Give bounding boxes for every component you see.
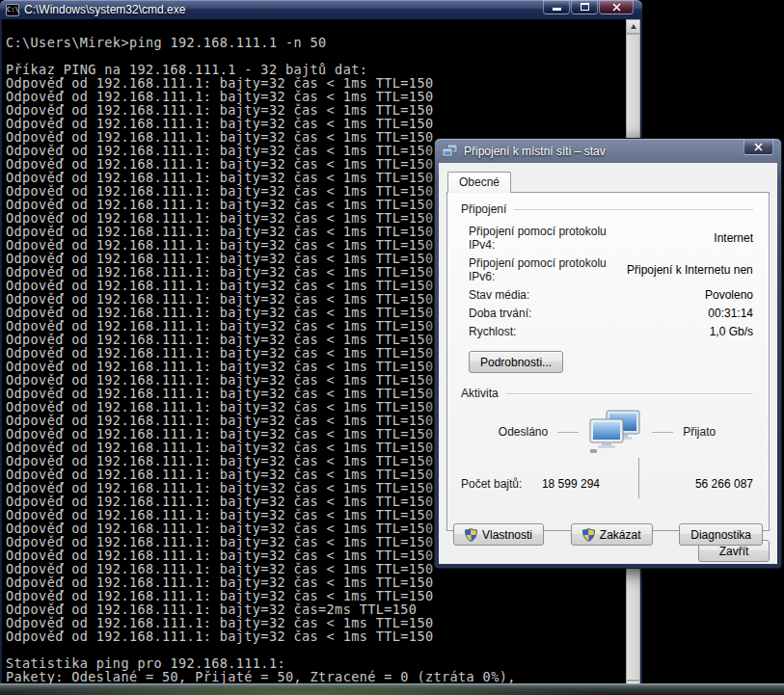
bytes-sent-value: 18 599 294 [530,477,600,491]
received-label: Přijato [683,425,716,439]
activity-row: Odesláno [461,410,753,454]
console-line: Odpověď od 192.168.111.1: bajty=32 čas <… [6,103,621,117]
dialog-title: Připojení k místní síti – stav [464,145,606,158]
connector-line [652,432,673,433]
connection-row-value: 1,0 Gb/s [627,325,753,338]
maximize-button[interactable] [571,0,598,14]
close-icon [612,3,621,12]
separator-line [506,393,753,394]
dual-computer-icon [588,410,642,454]
connection-row-value: Připojení k Internetu není k [627,263,753,277]
tab-general[interactable]: Obecné [447,172,511,193]
minimize-icon [553,8,561,11]
connector-line [557,432,579,433]
console-line [6,22,621,36]
connection-row-value: Internet [627,231,753,245]
cmd-icon: C:\ [6,4,19,16]
diagnose-button-label: Diagnostika [690,528,751,542]
activity-group-label: Aktivita [461,387,499,400]
console-line [6,643,621,656]
bytes-row: Počet bajtů: 18 599 294 56 266 087 [461,464,753,504]
disable-button-label: Zakázat [600,528,641,542]
connection-row: Doba trvání:00:31:14 [469,307,753,320]
separator-line [514,209,753,210]
console-line: Odpověď od 192.168.111.1: bajty=32 čas <… [6,575,621,589]
properties-button-label: Vlastnosti [482,528,532,542]
connection-row: Připojení pomocí protokolu IPv6:Připojen… [469,256,753,283]
connection-row-value: Povoleno [627,288,753,302]
console-line: Odpověď od 192.168.111.1: bajty=32 čas <… [6,629,621,643]
connection-group-caption: Připojení [461,202,753,216]
cmd-titlebar[interactable]: C:\ C:\Windows\system32\cmd.exe [0,0,642,19]
console-line: Statistika ping pro 192.168.111.1: [6,656,621,670]
console-line: Pakety: Odeslané = 50, Přijaté = 50, Ztr… [6,670,621,683]
sent-label: Odesláno [499,425,548,439]
uac-shield-icon [582,528,595,542]
vertical-divider [638,458,639,498]
dialog-body: Obecné Připojení Připojení pomocí protok… [439,163,777,564]
console-line: Odpověď od 192.168.111.1: bajty=32 čas <… [6,616,621,629]
console-line: Odpověď od 192.168.111.1: bajty=32 čas <… [6,589,621,602]
window-controls [543,0,634,14]
disable-button[interactable]: Zakázat [571,523,653,546]
properties-button[interactable]: Vlastnosti [453,523,544,546]
arrow-up-icon [631,24,636,29]
dialog-titlebar[interactable]: Připojení k místní síti – stav [435,139,781,163]
bytes-label: Počet bajtů: [461,477,530,491]
console-line [6,49,621,63]
console-line: Odpověď od 192.168.111.1: bajty=32 čas <… [6,90,621,103]
connection-row-label: Připojení pomocí protokolu IPv4: [469,225,627,252]
console-line: Příkaz PING na 192.168.111.1 - 32 bajtů … [6,63,621,76]
network-computers-icon [443,145,458,158]
cmd-window-title: C:\Windows\system32\cmd.exe [24,3,185,16]
console-line: Odpověď od 192.168.111.1: bajty=32 čas=2… [6,602,621,616]
connection-row-label: Rychlost: [469,325,627,338]
network-status-dialog: Připojení k místní síti – stav Obecné Př… [434,138,782,569]
console-line: Odpověď od 192.168.111.1: bajty=32 čas <… [6,76,621,90]
action-buttons: Vlastnosti Zakázat [453,523,763,546]
connection-rows: Připojení pomocí protokolu IPv4:Internet… [469,225,753,338]
close-icon [754,143,763,151]
activity-group-caption: Aktivita [461,387,753,400]
connection-row: Rychlost:1,0 Gb/s [469,325,753,338]
connection-row-label: Připojení pomocí protokolu IPv6: [469,256,627,283]
taskbar[interactable] [0,683,784,695]
connection-row-label: Doba trvání: [469,307,627,320]
tab-page-general: Připojení Připojení pomocí protokolu IPv… [446,192,770,531]
console-line: Odpověď od 192.168.111.1: bajty=32 čas <… [6,117,621,130]
connection-row: Připojení pomocí protokolu IPv4:Internet [469,225,753,252]
details-button[interactable]: Podrobnosti... [469,351,563,373]
connection-row-value: 00:31:14 [627,307,753,320]
bytes-received-value: 56 266 087 [639,477,753,491]
connection-row: Stav média:Povoleno [469,288,753,302]
console-line: C:\Users\Mirek>ping 192.168.111.1 -n 50 [6,36,621,49]
uac-shield-icon [465,528,477,542]
connection-row-label: Stav média: [469,288,627,302]
minimize-button[interactable] [543,0,570,14]
maximize-icon [581,3,589,11]
scroll-up-button[interactable] [626,19,640,34]
diagnose-button[interactable]: Diagnostika [679,523,763,546]
close-button[interactable] [599,0,634,14]
connection-group-label: Připojení [461,202,506,216]
dialog-close-button[interactable] [743,139,773,155]
